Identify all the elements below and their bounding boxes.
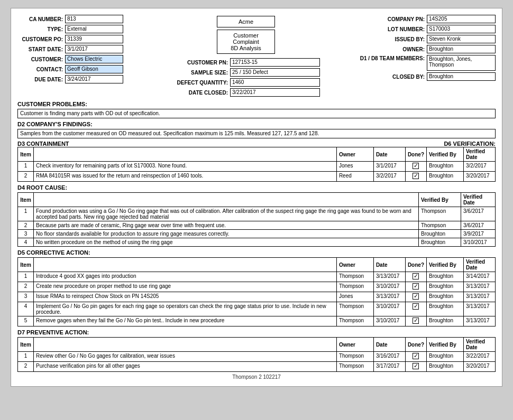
table-cell: 3/22/2017: [464, 352, 496, 362]
customer-pn-label: CUSTOMER PN:: [172, 60, 230, 66]
table-cell: 2: [18, 282, 34, 292]
table-cell: 3/1/2017: [373, 162, 405, 172]
d4-col-item: Item: [18, 193, 34, 207]
table-cell: 3/6/2017: [461, 221, 496, 230]
table-cell: Thompson: [336, 362, 373, 372]
type-value: External: [65, 25, 123, 33]
d1d8-label: D1 / D8 TEAM MEMBERS:: [358, 55, 427, 61]
checkbox-icon: [413, 363, 419, 369]
table-cell: 1: [18, 352, 34, 362]
table-cell: 4: [18, 238, 34, 247]
closed-by-row: CLOSED BY: Broughton: [358, 72, 496, 81]
checkbox-icon: [413, 353, 419, 359]
closed-by-label: CLOSED BY:: [358, 74, 427, 80]
owner-label: OWNER:: [358, 46, 427, 52]
table-cell: 3/13/2017: [464, 292, 496, 302]
d3-label: D3 CONTAINMENT: [17, 141, 69, 147]
defect-qty-value: 1460: [230, 78, 320, 87]
table-cell: Broughton: [427, 302, 464, 316]
d3-col-verdate: Verified Date: [464, 147, 496, 162]
d4-col-desc: [34, 193, 419, 207]
table-cell: Thompson: [336, 352, 373, 362]
table-cell: RMA 841015R was issued for the return an…: [34, 172, 337, 182]
type-label: TYPE:: [17, 26, 65, 32]
table-cell: 5: [18, 316, 34, 326]
table-cell: Jones: [336, 162, 373, 172]
ca-number-label: CA NUMBER:: [17, 16, 65, 22]
customer-problems-header: CUSTOMER PROBLEMS:: [17, 101, 496, 107]
table-cell: 3/13/2017: [464, 282, 496, 292]
d4-table: Item Verified By Verified Date 1Found pr…: [17, 192, 496, 247]
d7-table: Item Owner Date Done? Verified By Verifi…: [17, 337, 496, 372]
owner-value: Broughton: [427, 45, 496, 53]
start-date-label: START DATE:: [17, 46, 65, 52]
table-cell: Thompson: [336, 272, 373, 282]
checkbox-icon: [413, 273, 419, 279]
table-row: 3Issue RMAs to reinspect Chow Stock on P…: [18, 292, 496, 302]
table-cell: Check inventory for remaining parts of l…: [34, 162, 337, 172]
table-cell: 3/13/2017: [373, 272, 405, 282]
table-cell: Because parts are made of ceramic, Ring …: [34, 221, 419, 230]
table-row: 1Found production was using a Go / No Go…: [18, 207, 496, 221]
start-date-value: 3/1/2017: [65, 45, 123, 53]
d7-col-desc: [34, 338, 337, 352]
checkbox-icon: [413, 173, 419, 179]
done-cell: [405, 352, 426, 362]
table-cell: 3/10/2017: [461, 238, 496, 247]
table-cell: Purchase verification pins for all other…: [34, 362, 337, 372]
header-section: CA NUMBER: 813 TYPE: External CUSTOMER P…: [17, 15, 496, 98]
customer-po-row: CUSTOMER PO: 31339: [17, 35, 134, 43]
customer-po-value: 31339: [65, 35, 123, 43]
lot-number-value: S170003: [427, 25, 496, 33]
table-cell: Broughton: [419, 230, 461, 238]
d3-col-desc: [34, 147, 337, 162]
issued-by-label: ISSUED BY:: [358, 36, 427, 42]
d5-table: Item Owner Date Done? Verified By Verifi…: [17, 257, 496, 326]
d4-col-verdate: Verified Date: [461, 193, 496, 207]
table-cell: 3/13/2017: [373, 292, 405, 302]
table-cell: Found production was using a Go / No Go …: [34, 207, 419, 221]
table-row: 5Remove gages when they fail the Go / No…: [18, 316, 496, 326]
d7-col-verby: Verified By: [427, 338, 464, 352]
table-cell: 3/13/2017: [464, 302, 496, 316]
company-box: Acme: [217, 16, 275, 27]
table-cell: Broughton: [419, 238, 461, 247]
table-cell: Thompson: [336, 302, 373, 316]
table-cell: Create new procedure on proper method to…: [34, 282, 337, 292]
table-row: 2Create new procedure on proper method t…: [18, 282, 496, 292]
table-cell: 3/14/2017: [464, 272, 496, 282]
d1d8-row: D1 / D8 TEAM MEMBERS: Broughton, Jones, …: [358, 55, 496, 71]
table-cell: Review other Go / No Go gages for calibr…: [34, 352, 337, 362]
table-cell: 3/2/2017: [464, 162, 496, 172]
customer-pn-value: 127153-15: [230, 58, 320, 67]
checkbox-icon: [413, 303, 419, 310]
d3-col-date: Date: [373, 147, 405, 162]
d3-col-verby: Verified By: [427, 147, 464, 162]
ca-number-value: 813: [65, 15, 123, 23]
d5-col-owner: Owner: [336, 258, 373, 272]
table-cell: 1: [18, 272, 34, 282]
owner-row: OWNER: Broughton: [358, 45, 496, 53]
done-cell: [405, 282, 426, 292]
table-cell: 3/16/2017: [373, 352, 405, 362]
done-cell: [405, 362, 426, 372]
company-pn-label: COMPANY PN:: [358, 16, 427, 22]
table-row: 4No written procedure on the method of u…: [18, 238, 496, 247]
table-cell: 1: [18, 162, 34, 172]
table-cell: Thompson: [419, 221, 461, 230]
customer-problems-text: Customer is finding many parts with OD o…: [17, 109, 496, 118]
type-row: TYPE: External: [17, 25, 134, 33]
d7-header: D7 PREVENTIVE ACTION:: [17, 329, 496, 335]
defect-qty-row: DEFECT QUANTITY: 1460: [172, 78, 320, 87]
d3-col-owner: Owner: [336, 147, 373, 162]
doc-title-box: Customer Complaint 8D Analysis: [217, 30, 275, 54]
table-cell: 2: [18, 172, 34, 182]
right-fields: COMPANY PN: 14S205 LOT NUMBER: S170003 I…: [358, 15, 496, 98]
table-cell: 3: [18, 292, 34, 302]
start-date-row: START DATE: 3/1/2017: [17, 45, 134, 53]
table-cell: 3/9/2017: [461, 230, 496, 238]
d4-header: D4 ROOT CAUSE:: [17, 184, 496, 191]
table-cell: 3/6/2017: [461, 207, 496, 221]
d2-findings-header: D2 COMPANY'S FINDINGS:: [17, 121, 496, 127]
d3-col-item: Item: [18, 147, 34, 162]
